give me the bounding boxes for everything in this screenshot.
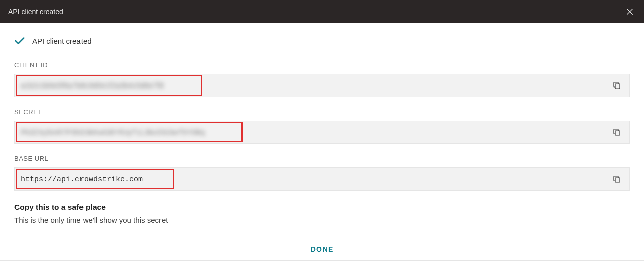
secret-value: Pk3ZXy5mR7P3hD3kKwGBYRJyT1L3bcOG3wT5Y0Bq [21, 128, 205, 136]
close-button[interactable] [624, 6, 636, 18]
secret-label: SECRET [14, 108, 630, 116]
base-url-value: https://api.crowdstrike.com [21, 175, 143, 184]
dialog-header: API client created [0, 0, 644, 23]
close-icon [625, 7, 634, 16]
copy-secret-button[interactable] [611, 127, 622, 138]
client-id-field: CLIENT ID a1b2c3d4e5f6a7b8c9d0e1f2a3b4c5… [14, 61, 630, 97]
copy-icon [612, 175, 621, 184]
success-message: API client created [14, 35, 630, 46]
secret-field: SECRET Pk3ZXy5mR7P3hD3kKwGBYRJyT1L3bcOG3… [14, 108, 630, 144]
checkmark-icon [14, 35, 25, 46]
success-text: API client created [32, 37, 92, 45]
dialog-content: API client created CLIENT ID a1b2c3d4e5f… [0, 23, 644, 224]
dialog-title: API client created [8, 8, 63, 16]
copy-client-id-button[interactable] [611, 80, 622, 91]
copy-base-url-button[interactable] [611, 173, 622, 185]
base-url-field: BASE URL https://api.crowdstrike.com [14, 155, 630, 191]
client-id-box: a1b2c3d4e5f6a7b8c9d0e1f2a3b4c5d6e7f8 [14, 74, 630, 97]
safe-place-heading: Copy this to a safe place [14, 203, 630, 212]
base-url-label: BASE URL [14, 155, 630, 162]
dialog-footer: DONE [0, 238, 644, 261]
client-id-label: CLIENT ID [14, 61, 630, 69]
svg-rect-2 [615, 84, 620, 89]
svg-rect-4 [615, 178, 620, 182]
copy-icon [612, 81, 621, 90]
safe-place-text: This is the only time we'll show you thi… [14, 216, 630, 224]
svg-rect-3 [615, 131, 620, 135]
copy-icon [612, 128, 621, 137]
secret-box: Pk3ZXy5mR7P3hD3kKwGBYRJyT1L3bcOG3wT5Y0Bq [14, 121, 630, 144]
base-url-box: https://api.crowdstrike.com [14, 167, 630, 191]
client-id-value: a1b2c3d4e5f6a7b8c9d0e1f2a3b4c5d6e7f8 [21, 81, 164, 90]
done-button[interactable]: DONE [311, 245, 333, 253]
